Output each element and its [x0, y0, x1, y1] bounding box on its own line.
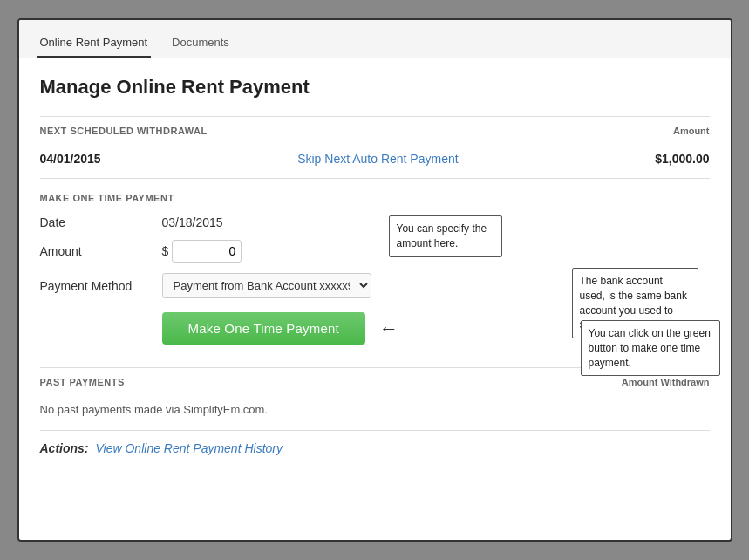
otp-form: Date 03/18/2015 Amount $ Payment Method … [40, 215, 710, 359]
main-window: Online Rent Payment Documents Manage Onl… [17, 18, 732, 542]
amount-withdrawn-label: Amount Withdrawn [622, 377, 710, 387]
tab-online-rent-payment[interactable]: Online Rent Payment [37, 31, 152, 58]
skip-next-payment-link[interactable]: Skip Next Auto Rent Payment [297, 152, 458, 166]
callout-amount: You can specify the amount here. [389, 215, 502, 257]
amount-input[interactable] [172, 240, 242, 263]
callout-button: You can click on the green button to mak… [581, 320, 720, 376]
button-arrow: ← [379, 318, 398, 340]
amount-label: Amount [40, 244, 153, 258]
page-content: Manage Online Rent Payment NEXT SCHEDULE… [19, 58, 731, 473]
otp-section: MAKE ONE TIME PAYMENT Date 03/18/2015 Am… [40, 193, 710, 359]
amount-row: Amount $ [40, 240, 710, 263]
past-payments-label: PAST PAYMENTS [40, 377, 125, 387]
payment-method-label: Payment Method [40, 279, 153, 293]
date-row: Date 03/18/2015 [40, 215, 710, 229]
otp-section-label: MAKE ONE TIME PAYMENT [40, 193, 710, 203]
payment-method-select[interactable]: Payment from Bank Account xxxxx9867 [162, 273, 371, 298]
amount-input-wrap: $ [162, 240, 242, 263]
page-title: Manage Online Rent Payment [40, 76, 710, 99]
past-payments-section: PAST PAYMENTS Amount Withdrawn No past p… [40, 367, 710, 431]
view-history-link[interactable]: View Online Rent Payment History [96, 441, 283, 455]
dollar-sign: $ [162, 244, 169, 258]
no-payments-text: No past payments made via SimplifyEm.com… [40, 396, 710, 431]
date-label: Date [40, 215, 153, 229]
scheduled-row: 04/01/2015 Skip Next Auto Rent Payment $… [40, 145, 710, 179]
scheduled-amount: $1,000.00 [655, 152, 709, 166]
actions-label: Actions: [40, 441, 89, 455]
next-scheduled-header: NEXT SCHEDULED WITHDRAWAL Amount [40, 116, 710, 136]
amount-column-label: Amount [673, 126, 710, 136]
date-value: 03/18/2015 [162, 215, 223, 229]
next-scheduled-label: NEXT SCHEDULED WITHDRAWAL [40, 126, 208, 136]
tab-bar: Online Rent Payment Documents [19, 20, 731, 58]
make-one-time-payment-button[interactable]: Make One Time Payment [162, 312, 365, 345]
scheduled-date: 04/01/2015 [40, 152, 101, 166]
tab-documents[interactable]: Documents [168, 31, 233, 58]
actions-row: Actions: View Online Rent Payment Histor… [40, 431, 710, 455]
